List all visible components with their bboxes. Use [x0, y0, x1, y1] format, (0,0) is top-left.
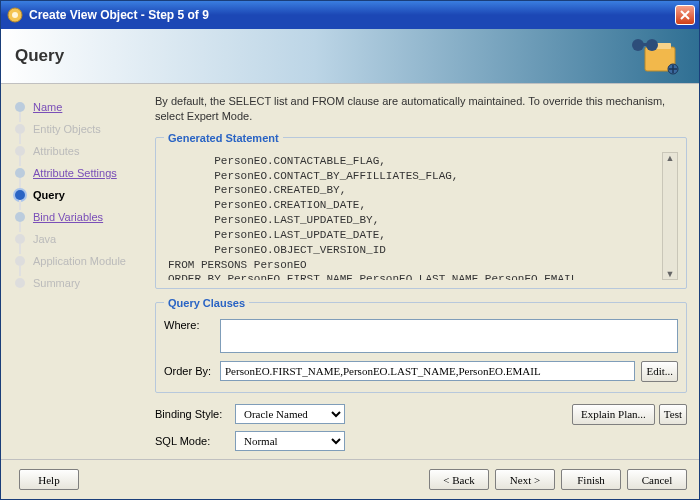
scroll-up-icon[interactable]: ▲ [666, 153, 675, 163]
wizard-step-label: Summary [33, 277, 80, 289]
where-input[interactable] [220, 319, 678, 353]
help-button[interactable]: Help [19, 469, 79, 490]
wizard-step-label: Attributes [33, 145, 79, 157]
query-clauses-group: Query Clauses Where: Order By: Edit... [155, 297, 687, 393]
generated-statement-legend: Generated Statement [164, 132, 283, 144]
generated-statement-group: Generated Statement PersonEO.CONTACTABLE… [155, 132, 687, 289]
app-icon [7, 7, 23, 23]
wizard-step-attribute-settings[interactable]: Attribute Settings [9, 162, 145, 184]
back-button[interactable]: < Back [429, 469, 489, 490]
wizard-step-label: Java [33, 233, 56, 245]
wizard-step-entity-objects: Entity Objects [9, 118, 145, 140]
binding-style-select[interactable]: Oracle Named [235, 404, 345, 424]
wizard-step-application-module: Application Module [9, 250, 145, 272]
wizard-step-name[interactable]: Name [9, 96, 145, 118]
page-title: Query [15, 46, 64, 66]
next-button[interactable]: Next > [495, 469, 555, 490]
wizard-step-label: Bind Variables [33, 211, 103, 223]
generated-sql: PersonEO.CONTACTABLE_FLAG, PersonEO.CONT… [164, 152, 662, 280]
orderby-label: Order By: [164, 365, 220, 377]
wizard-step-attributes: Attributes [9, 140, 145, 162]
svg-rect-6 [642, 43, 648, 46]
query-clauses-legend: Query Clauses [164, 297, 249, 309]
wizard-step-bind-variables[interactable]: Bind Variables [9, 206, 145, 228]
wizard-steps: NameEntity ObjectsAttributesAttribute Se… [1, 84, 151, 459]
sql-mode-label: SQL Mode: [155, 435, 235, 447]
test-button[interactable]: Test [659, 404, 687, 425]
cancel-button[interactable]: Cancel [627, 469, 687, 490]
sql-mode-select[interactable]: Normal [235, 431, 345, 451]
orderby-input[interactable] [220, 361, 635, 381]
wizard-step-label: Application Module [33, 255, 126, 267]
wizard-window: Create View Object - Step 5 of 9 Query N… [0, 0, 700, 500]
svg-point-1 [12, 12, 18, 18]
titlebar: Create View Object - Step 5 of 9 [1, 1, 699, 29]
binding-style-label: Binding Style: [155, 408, 235, 420]
finish-button[interactable]: Finish [561, 469, 621, 490]
banner-icon [627, 35, 681, 77]
sql-scrollbar[interactable]: ▲ ▼ [662, 152, 678, 280]
wizard-step-query[interactable]: Query [9, 184, 145, 206]
wizard-step-summary: Summary [9, 272, 145, 294]
where-label: Where: [164, 319, 220, 331]
wizard-footer: Help < Back Next > Finish Cancel [1, 459, 699, 499]
wizard-step-label: Attribute Settings [33, 167, 117, 179]
wizard-step-label: Name [33, 101, 62, 113]
explain-plan-button[interactable]: Explain Plan... [572, 404, 655, 425]
wizard-step-java: Java [9, 228, 145, 250]
intro-text: By default, the SELECT list and FROM cla… [155, 94, 687, 124]
wizard-step-label: Entity Objects [33, 123, 101, 135]
banner: Query [1, 29, 699, 84]
edit-orderby-button[interactable]: Edit... [641, 361, 678, 382]
main-panel: By default, the SELECT list and FROM cla… [151, 84, 699, 459]
scroll-down-icon[interactable]: ▼ [666, 269, 675, 279]
window-title: Create View Object - Step 5 of 9 [29, 8, 209, 22]
wizard-step-label: Query [33, 189, 65, 201]
window-close-button[interactable] [675, 5, 695, 25]
